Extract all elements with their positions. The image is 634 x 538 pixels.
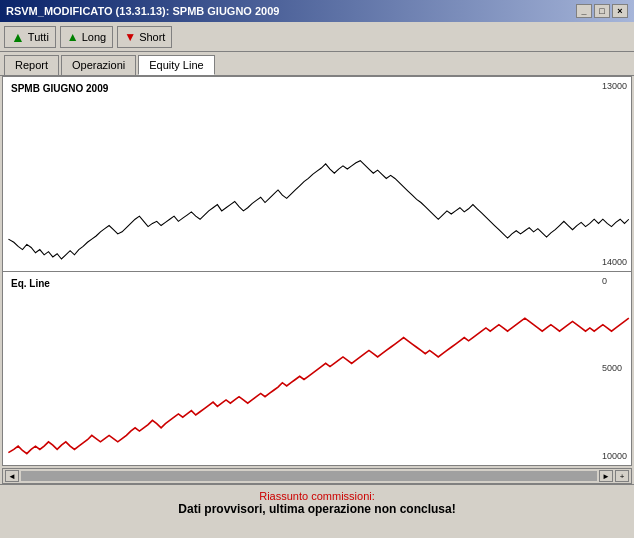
title-controls: _ □ × xyxy=(576,4,628,18)
minimize-button[interactable]: _ xyxy=(576,4,592,18)
status-bar: Riassunto commissioni: Dati provvisori, … xyxy=(0,484,634,520)
maximize-button[interactable]: □ xyxy=(594,4,610,18)
toolbar: ▲ Tutti ▲ Long ▼ Short xyxy=(0,22,634,52)
equity-chart: Eq. Line 10000 5000 0 xyxy=(3,272,631,466)
equity-y-mid: 5000 xyxy=(602,363,627,373)
scroll-left-button[interactable]: ◄ xyxy=(5,470,19,482)
scrollbar-right-controls: ► + xyxy=(599,470,629,482)
title-text: RSVM_MODIFICATO (13.31.13): SPMB GIUGNO … xyxy=(6,5,279,17)
scrollbar-area: ◄ ► + xyxy=(2,468,632,484)
price-chart-svg xyxy=(3,77,631,271)
short-button[interactable]: ▼ Short xyxy=(117,26,172,48)
long-label: Long xyxy=(82,31,106,43)
status-line2: Dati provvisori, ultima operazione non c… xyxy=(178,502,455,516)
tab-bar: Report Operazioni Equity Line xyxy=(0,52,634,76)
short-icon: ▼ xyxy=(124,30,136,44)
tutti-label: Tutti xyxy=(28,31,49,43)
short-label: Short xyxy=(139,31,165,43)
price-y-low: 13000 xyxy=(602,81,627,91)
status-line1: Riassunto commissioni: xyxy=(259,490,375,502)
long-button[interactable]: ▲ Long xyxy=(60,26,113,48)
tutti-button[interactable]: ▲ Tutti xyxy=(4,26,56,48)
title-bar: RSVM_MODIFICATO (13.31.13): SPMB GIUGNO … xyxy=(0,0,634,22)
price-y-high: 14000 xyxy=(602,257,627,267)
zoom-plus-button[interactable]: + xyxy=(615,470,629,482)
equity-y-top: 10000 xyxy=(602,451,627,461)
equity-y-bot: 0 xyxy=(602,276,627,286)
equity-chart-svg xyxy=(3,272,631,466)
close-button[interactable]: × xyxy=(612,4,628,18)
price-chart-yaxis: 14000 13000 xyxy=(602,77,627,271)
tab-report[interactable]: Report xyxy=(4,55,59,75)
charts-area: SPMB GIUGNO 2009 14000 13000 Eq. Line 10… xyxy=(2,76,632,466)
long-icon: ▲ xyxy=(67,30,79,44)
price-chart-title: SPMB GIUGNO 2009 xyxy=(11,83,108,94)
tab-equity-line[interactable]: Equity Line xyxy=(138,55,214,75)
equity-chart-title: Eq. Line xyxy=(11,278,50,289)
scrollbar-track[interactable] xyxy=(21,471,597,481)
scroll-right-button[interactable]: ► xyxy=(599,470,613,482)
equity-chart-yaxis: 10000 5000 0 xyxy=(602,272,627,466)
tutti-icon: ▲ xyxy=(11,29,25,45)
tab-operazioni[interactable]: Operazioni xyxy=(61,55,136,75)
price-chart: SPMB GIUGNO 2009 14000 13000 xyxy=(3,77,631,272)
